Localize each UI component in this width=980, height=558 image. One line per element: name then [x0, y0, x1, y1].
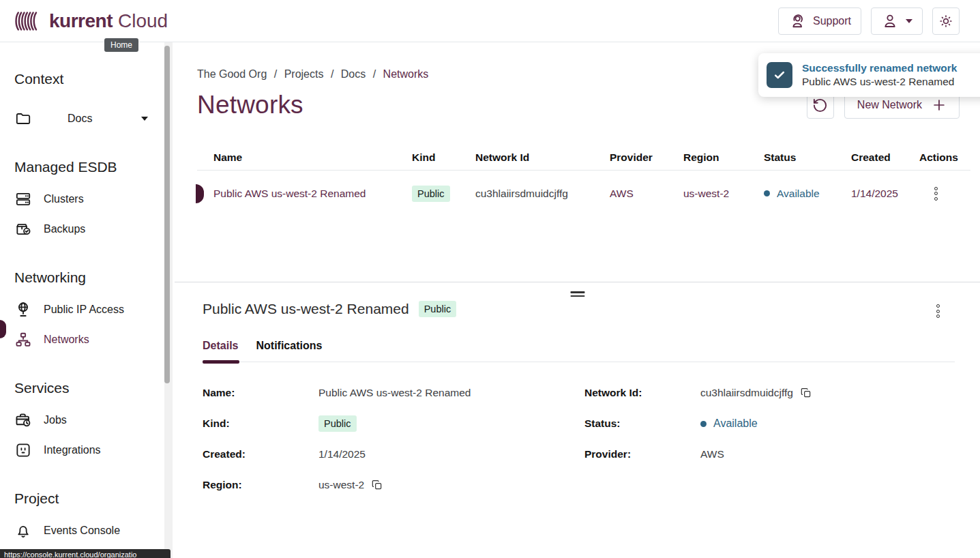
sidebar-item-networks[interactable]: Networks: [14, 325, 174, 355]
link-status-bar: https://console.kurrent.cloud/organizati…: [0, 549, 170, 558]
detail-kind-badge: Public: [419, 301, 457, 317]
jobs-icon: [14, 411, 32, 429]
breadcrumb-project[interactable]: Docs: [341, 68, 366, 80]
support-label: Support: [813, 15, 851, 27]
status-dot: [764, 190, 770, 196]
row-status: Available: [747, 188, 835, 200]
field-label: Region:: [203, 479, 318, 491]
tab-details[interactable]: Details: [203, 340, 238, 352]
breadcrumb-org[interactable]: The Good Org: [197, 68, 267, 80]
breadcrumb-separator: /: [274, 68, 277, 80]
toast-notification[interactable]: Successfully renamed network Public AWS …: [758, 53, 980, 97]
support-icon: [788, 12, 806, 30]
toast-body: Successfully renamed network Public AWS …: [802, 61, 957, 89]
breadcrumb-separator: /: [373, 68, 376, 80]
field-created: Created: 1/14/2025: [203, 446, 584, 462]
sidebar-item-backups[interactable]: Backups: [14, 214, 174, 244]
row-created: 1/14/2025: [835, 188, 903, 200]
plus-icon: [932, 98, 947, 113]
status-label: Available: [777, 188, 820, 200]
row-actions-kebab-icon[interactable]: [929, 186, 942, 202]
brand-name: kurrent: [49, 10, 113, 32]
sidebar-heading-context: Context: [14, 71, 174, 87]
breadcrumb-projects[interactable]: Projects: [284, 68, 324, 80]
detail-tabs: Details Notifications: [203, 340, 955, 362]
sidebar-item-jobs[interactable]: Jobs: [14, 405, 174, 435]
chevron-down-icon: [141, 117, 148, 121]
table-row[interactable]: Public AWS us-west-2 Renamed Public cu3h…: [197, 171, 970, 216]
link-status-url: https://console.kurrent.cloud/organizati…: [4, 550, 136, 558]
field-status: Status: Available: [584, 415, 960, 432]
field-value: cu3hlaiirsdmuidcjffg: [700, 387, 793, 399]
sidebar-item-label: Public IP Access: [44, 304, 124, 316]
detail-fields-left: Name: Public AWS us-west-2 Renamed Kind:…: [203, 385, 584, 508]
chevron-down-icon: [906, 19, 912, 23]
column-header-network-id: Network Id: [459, 151, 593, 164]
sidebar-item-clusters[interactable]: Clusters: [14, 184, 174, 214]
column-header-name: Name: [197, 151, 396, 164]
networks-table: Name Kind Network Id Provider Region Sta…: [197, 145, 970, 216]
brand-logo[interactable]: kurrent Cloud: [14, 8, 168, 34]
toast-message: Public AWS us-west-2 Renamed: [802, 75, 957, 89]
home-tooltip-label: Home: [110, 40, 132, 50]
bell-icon: [14, 522, 32, 540]
field-label: Kind:: [203, 417, 318, 430]
detail-panel: Public AWS us-west-2 Renamed Public Deta…: [175, 282, 980, 558]
column-header-provider: Provider: [593, 151, 667, 164]
globe-icon: [14, 301, 32, 319]
field-region: Region: us-west-2: [203, 477, 584, 493]
field-label: Status:: [584, 417, 700, 430]
row-actions: [903, 186, 970, 202]
field-network-id: Network Id: cu3hlaiirsdmuidcjffg: [584, 385, 960, 401]
detail-actions-kebab-icon[interactable]: [931, 303, 945, 319]
field-value: Public AWS us-west-2 Renamed: [318, 387, 471, 399]
column-header-created: Created: [835, 151, 903, 164]
row-name[interactable]: Public AWS us-west-2 Renamed: [197, 188, 396, 200]
theme-toggle-button[interactable]: [932, 8, 960, 35]
status-dot: [700, 421, 707, 427]
kind-badge: Public: [318, 415, 357, 432]
backups-icon: [14, 220, 32, 238]
field-label: Name:: [203, 387, 318, 399]
new-network-label: New Network: [857, 99, 922, 111]
user-icon: [881, 12, 899, 30]
copy-region-button[interactable]: [372, 480, 383, 490]
active-tab-indicator: [203, 360, 239, 364]
sidebar-heading-project: Project: [14, 490, 174, 507]
support-button[interactable]: Support: [778, 8, 861, 35]
row-provider: AWS: [593, 188, 667, 200]
sidebar-heading-services: Services: [14, 380, 174, 396]
row-network-id: cu3hlaiirsdmuidcjffg: [459, 188, 593, 200]
sidebar-scrollbar-thumb[interactable]: [164, 46, 170, 383]
sun-icon: [938, 13, 954, 29]
field-provider: Provider: AWS: [584, 446, 960, 462]
folder-icon: [14, 110, 32, 128]
status-label: Available: [713, 417, 758, 430]
sidebar-item-label: Networks: [44, 334, 89, 346]
field-kind: Kind: Public: [203, 415, 584, 432]
column-header-kind: Kind: [396, 151, 459, 164]
context-selector[interactable]: Docs: [14, 104, 148, 134]
logo-waves-icon: [14, 8, 42, 34]
kind-badge: Public: [412, 186, 450, 202]
home-tooltip: Home: [104, 38, 138, 52]
copy-network-id-button[interactable]: [801, 387, 812, 398]
tab-notifications[interactable]: Notifications: [256, 340, 322, 352]
breadcrumb-separator: /: [331, 68, 333, 80]
column-header-actions: Actions: [903, 151, 970, 164]
column-header-status: Status: [747, 151, 835, 164]
brand-suffix: Cloud: [118, 10, 168, 32]
detail-fields-right: Network Id: cu3hlaiirsdmuidcjffg Status:: [584, 385, 960, 508]
user-menu-button[interactable]: [871, 8, 923, 35]
sidebar-scrollbar-track[interactable]: [164, 42, 173, 558]
field-label: Created:: [203, 448, 318, 460]
field-value: 1/14/2025: [318, 448, 366, 460]
detail-fields: Name: Public AWS us-west-2 Renamed Kind:…: [203, 385, 960, 508]
row-region: us-west-2: [667, 188, 747, 200]
toast-success-icon: [767, 62, 792, 88]
row-kind: Public: [396, 186, 459, 202]
sidebar-heading-managed-esdb: Managed ESDB: [14, 159, 174, 175]
sidebar-item-public-ip-access[interactable]: Public IP Access: [14, 295, 174, 325]
sidebar-item-events-console[interactable]: Events Console: [14, 516, 174, 546]
sidebar-item-integrations[interactable]: Integrations: [14, 435, 174, 465]
